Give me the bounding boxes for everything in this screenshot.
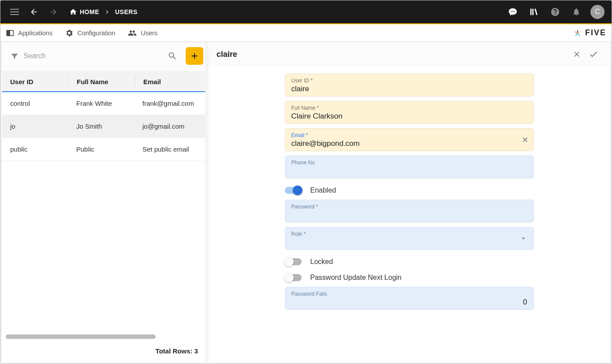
breadcrumb-home-label: HOME (80, 8, 99, 15)
notifications-icon[interactable] (569, 5, 583, 19)
password-fails-label: Password Fails (291, 291, 527, 297)
users-icon (127, 29, 137, 37)
tab-applications[interactable]: Applications (6, 29, 52, 37)
breadcrumb-current[interactable]: USERS (115, 8, 138, 15)
role-label: Role * (291, 231, 527, 237)
confirm-button[interactable] (585, 46, 602, 63)
svg-marker-5 (575, 33, 578, 37)
close-button[interactable] (568, 46, 585, 63)
search-input[interactable] (23, 52, 159, 60)
email-label: Email * (291, 132, 527, 138)
avatar-initial: C (595, 8, 600, 16)
col-header-userid[interactable]: User ID (2, 71, 68, 92)
cell-email: Set public email (134, 138, 205, 160)
tab-users-label: Users (141, 30, 157, 37)
svg-marker-3 (578, 32, 582, 33)
user-id-input[interactable] (291, 84, 527, 93)
chevron-down-icon (519, 234, 527, 242)
svg-marker-6 (574, 32, 578, 33)
svg-marker-4 (578, 33, 580, 37)
tab-applications-label: Applications (18, 30, 52, 37)
email-input[interactable] (291, 138, 527, 148)
table-row[interactable]: jo Jo Smith jo@gmail.com (2, 115, 205, 138)
col-header-email[interactable]: Email (135, 71, 205, 92)
password-input[interactable] (291, 210, 527, 219)
phone-input[interactable] (291, 166, 527, 175)
user-id-field[interactable]: User ID * (285, 74, 534, 97)
locked-toggle[interactable] (285, 258, 302, 265)
user-id-label: User ID * (291, 78, 527, 84)
help-icon[interactable] (548, 5, 562, 19)
svg-rect-1 (7, 30, 10, 36)
brand-logo: FIVE (573, 28, 606, 38)
back-button[interactable] (27, 5, 41, 19)
chat-icon[interactable] (506, 5, 520, 19)
cell-fullname: Public (68, 138, 134, 160)
five-logo-icon (573, 28, 582, 38)
svg-marker-2 (577, 29, 578, 33)
breadcrumb: HOME USERS (69, 8, 138, 16)
password-label: Password * (291, 204, 527, 210)
full-name-field[interactable]: Full Name * (285, 101, 534, 124)
avatar[interactable]: C (590, 5, 605, 19)
table-row[interactable]: control Frank White frank@gmail.com (2, 92, 205, 115)
cell-userid: jo (2, 115, 68, 137)
breadcrumb-home[interactable]: HOME (69, 8, 99, 16)
hamburger-menu-button[interactable] (7, 5, 22, 19)
tab-configuration[interactable]: Configuration (65, 29, 115, 37)
breadcrumb-current-label: USERS (115, 8, 138, 15)
table-row[interactable]: public Public Set public email (2, 138, 205, 161)
email-field[interactable]: Email * (285, 128, 534, 151)
enabled-toggle[interactable] (285, 187, 302, 194)
form-title: claire (216, 50, 237, 59)
cell-userid: control (2, 92, 68, 115)
check-icon (589, 49, 598, 59)
users-list-panel: User ID Full Name Email control Frank Wh… (2, 43, 205, 363)
tab-users[interactable]: Users (127, 29, 157, 37)
home-icon (69, 8, 77, 16)
password-field[interactable]: Password * (285, 200, 534, 223)
cell-email: jo@gmail.com (134, 115, 205, 137)
password-fails-input[interactable] (291, 297, 527, 307)
password-fails-field[interactable]: Password Fails (285, 287, 534, 310)
cell-email: frank@gmail.com (134, 92, 205, 115)
tab-configuration-label: Configuration (77, 30, 115, 37)
applications-icon (6, 29, 15, 37)
password-update-label: Password Update Next Login (310, 274, 402, 282)
add-user-button[interactable] (186, 47, 203, 65)
password-update-toggle[interactable] (285, 274, 302, 281)
close-icon (572, 50, 581, 59)
table-footer: Total Rows: 3 (2, 339, 205, 363)
phone-label: Phone No (291, 160, 527, 166)
role-input[interactable] (291, 237, 527, 247)
full-name-label: Full Name * (291, 105, 527, 111)
plus-icon (190, 51, 199, 61)
books-icon[interactable] (527, 5, 541, 19)
locked-label: Locked (310, 258, 333, 266)
forward-button (46, 5, 60, 19)
phone-field[interactable]: Phone No (285, 156, 534, 178)
table-header: User ID Full Name Email (2, 71, 205, 92)
col-header-fullname[interactable]: Full Name (69, 71, 135, 92)
brand-text: FIVE (585, 28, 606, 37)
enabled-label: Enabled (310, 186, 336, 194)
filter-icon[interactable] (10, 52, 19, 60)
cell-fullname: Jo Smith (68, 115, 134, 137)
role-field[interactable]: Role * (285, 227, 534, 250)
full-name-input[interactable] (291, 111, 527, 121)
search-button[interactable] (164, 47, 181, 65)
total-rows-label: Total Rows: 3 (156, 347, 198, 355)
gear-icon (65, 29, 74, 37)
cell-fullname: Frank White (68, 92, 134, 115)
clear-email-button[interactable] (521, 136, 529, 144)
user-form-panel: claire User ID * Full Name * Email * (209, 43, 610, 363)
cell-userid: public (2, 138, 68, 160)
chevron-right-icon (104, 8, 111, 15)
horizontal-scrollbar[interactable] (6, 334, 202, 339)
